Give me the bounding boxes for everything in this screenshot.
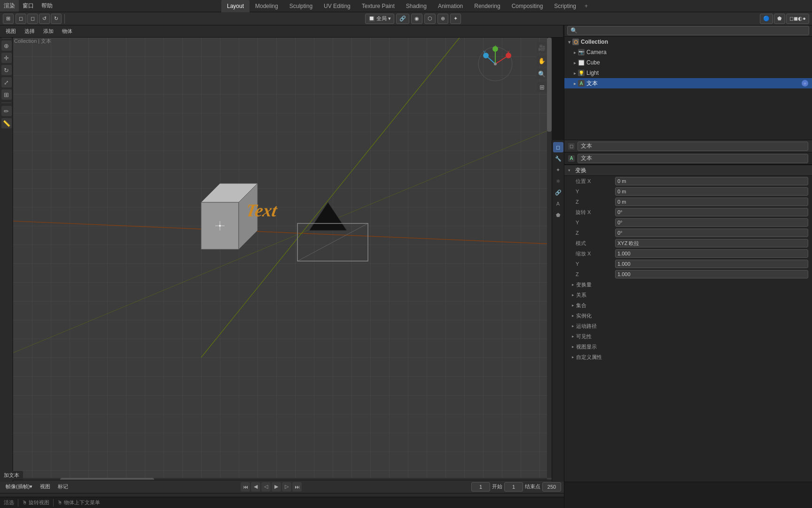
snap-btn[interactable]: 🔗 <box>396 14 409 24</box>
props-data-btn[interactable]: A <box>553 198 563 209</box>
custom-props-header[interactable]: ▸ 自定义属性 <box>564 352 812 362</box>
transform-delta-header[interactable]: ▸ 变换量 <box>564 279 812 290</box>
cube-object[interactable] <box>192 174 276 260</box>
jump-start-btn[interactable]: ⏮ <box>241 482 250 492</box>
props-object-btn[interactable]: ◻ <box>553 142 563 152</box>
viewport[interactable]: Text X Y Z <box>13 38 552 482</box>
props-object-icon: ◻ <box>568 143 575 150</box>
tab-uv-editing[interactable]: UV Editing <box>318 0 356 12</box>
props-modifier-btn[interactable]: 🔧 <box>553 153 563 164</box>
origin-btn[interactable]: ✦ <box>450 14 461 24</box>
bottom-sep-1 <box>18 499 18 507</box>
start-frame-input[interactable]: 1 <box>504 482 523 492</box>
position-y-value[interactable]: 0 m <box>615 187 808 196</box>
bottom-rotate-view[interactable]: 🖱 旋转视图 <box>22 499 49 506</box>
hand-tool-btn[interactable]: ✋ <box>537 56 547 66</box>
props-data-name[interactable] <box>578 154 808 163</box>
rotate-tool-btn[interactable]: ↻ <box>1 65 12 75</box>
shading-btn[interactable]: ⬟ <box>774 14 785 24</box>
position-x-value[interactable]: 0 m <box>615 177 808 185</box>
relations-header[interactable]: ▸ 关系 <box>564 290 812 300</box>
props-physics-btn[interactable]: ⚛ <box>553 176 563 186</box>
tab-scripting[interactable]: Scripting <box>548 0 582 12</box>
zoom-btn[interactable]: 🔍 <box>537 69 547 79</box>
workspace-tabs: Layout Modeling Sculpting UV Editing Tex… <box>0 0 812 12</box>
current-frame-input[interactable]: 1 <box>471 482 490 492</box>
outliner-collection[interactable]: ▾ ⬡ Collection <box>564 37 812 47</box>
end-frame-input[interactable]: 250 <box>542 482 561 492</box>
tl-markers[interactable]: 标记 <box>55 482 71 492</box>
mode-value[interactable]: XYZ 欧拉 <box>615 239 808 247</box>
proportional-btn[interactable]: ◉ <box>411 14 422 24</box>
measure-btn[interactable]: 📏 <box>1 118 12 128</box>
vsub-view[interactable]: 视图 <box>3 26 19 37</box>
editor-type-btn[interactable]: ⊞ <box>3 14 14 24</box>
play-btn[interactable]: ▶ <box>272 482 281 492</box>
global-btn[interactable]: ◻ <box>16 14 26 24</box>
scale-z-value[interactable]: 1.000 <box>615 270 808 278</box>
overlay-modes[interactable]: 🔵 <box>760 14 773 24</box>
vsub-select[interactable]: 选择 <box>22 26 38 37</box>
tab-sculpting[interactable]: Sculpting <box>284 0 318 12</box>
viewport-display-header[interactable]: ▸ 视图显示 <box>564 341 812 352</box>
menu-help[interactable]: 帮助 <box>38 0 56 12</box>
tl-view[interactable]: 视图 <box>37 482 53 492</box>
bottom-select[interactable]: 活选 <box>4 499 14 506</box>
redo-btn[interactable]: ↻ <box>51 14 62 24</box>
tl-frame-type[interactable]: 帧像(插帧) ▾ <box>3 482 35 492</box>
motion-paths-header[interactable]: ▸ 运动路径 <box>564 321 812 331</box>
position-z-value[interactable]: 0 m <box>615 198 808 206</box>
viewport-scrollbar-v[interactable] <box>547 38 552 478</box>
outliner-text[interactable]: ▸ A 文本 ○ <box>564 78 812 88</box>
scrollbar-thumb-v[interactable] <box>547 38 552 132</box>
props-constraints-btn[interactable]: 🔗 <box>553 187 563 198</box>
collections-header[interactable]: ▸ 集合 <box>564 300 812 310</box>
prev-keyframe-btn[interactable]: ◁ <box>261 482 271 492</box>
scale-x-value[interactable]: 1.000 <box>615 249 808 258</box>
grid-btn[interactable]: ⊞ <box>537 82 547 92</box>
vsub-add[interactable]: 添加 <box>40 26 56 37</box>
rotation-y-value[interactable]: 0° <box>615 218 808 227</box>
rotation-z-value[interactable]: 0° <box>615 229 808 237</box>
viewport-gizmo[interactable]: X Y Z <box>476 45 514 84</box>
tab-rendering[interactable]: Rendering <box>468 0 506 12</box>
menu-window[interactable]: 窗口 <box>19 0 38 12</box>
transform-btn[interactable]: ⬡ <box>424 14 436 24</box>
camera-view-btn[interactable]: 🎥 <box>537 42 547 53</box>
tab-animation[interactable]: Animation <box>432 0 468 12</box>
visibility-header[interactable]: ▸ 可见性 <box>564 331 812 341</box>
outliner-light[interactable]: ▸ 💡 Light <box>564 68 812 78</box>
outliner-cube[interactable]: ▸ ⬜ Cube <box>564 57 812 68</box>
tab-shading[interactable]: Shading <box>400 0 432 12</box>
pivot-btn[interactable]: ⊕ <box>437 14 448 24</box>
viewport-mode-btn[interactable]: 🔲 全局 ▾ <box>365 14 394 24</box>
view-btn[interactable]: ◻ <box>27 14 38 24</box>
cursor-tool-btn[interactable]: ⊕ <box>1 40 12 51</box>
add-workspace-btn[interactable]: + <box>582 3 591 9</box>
next-keyframe-btn[interactable]: ▷ <box>282 482 291 492</box>
transform-section-header[interactable]: ▾ 变换 <box>564 165 812 176</box>
rotation-x-value[interactable]: 0° <box>615 208 808 216</box>
transform-tool-btn[interactable]: ⊞ <box>1 89 12 100</box>
vsub-object[interactable]: 物体 <box>59 26 75 37</box>
instancing-header[interactable]: ▸ 实例化 <box>564 310 812 321</box>
undo-btn[interactable]: ↺ <box>39 14 50 24</box>
tab-layout[interactable]: Layout <box>221 0 250 12</box>
move-tool-btn[interactable]: ✛ <box>1 53 12 63</box>
outliner-search[interactable]: 🔍 <box>567 26 809 35</box>
props-material-btn[interactable]: ⬟ <box>553 210 563 220</box>
annotate-btn[interactable]: ✏ <box>1 106 12 116</box>
scale-y-value[interactable]: 1.000 <box>615 260 808 268</box>
outliner-camera[interactable]: ▸ 📷 Camera <box>564 47 812 57</box>
jump-end-btn[interactable]: ⏭ <box>292 482 302 492</box>
prev-frame-btn[interactable]: ◀ <box>251 482 260 492</box>
menu-render[interactable]: 渲染 <box>0 0 19 12</box>
viewport-shading[interactable]: ◻◼◐● <box>786 14 809 24</box>
bottom-context-menu[interactable]: 🖱 物体上下文菜单 <box>57 499 100 506</box>
tab-texture-paint[interactable]: Texture Paint <box>356 0 400 12</box>
tab-compositing[interactable]: Compositing <box>506 0 549 12</box>
props-object-name[interactable] <box>578 142 808 151</box>
tab-modeling[interactable]: Modeling <box>250 0 284 12</box>
scale-tool-btn[interactable]: ⤢ <box>1 77 12 87</box>
props-particles-btn[interactable]: ✦ <box>553 165 563 175</box>
